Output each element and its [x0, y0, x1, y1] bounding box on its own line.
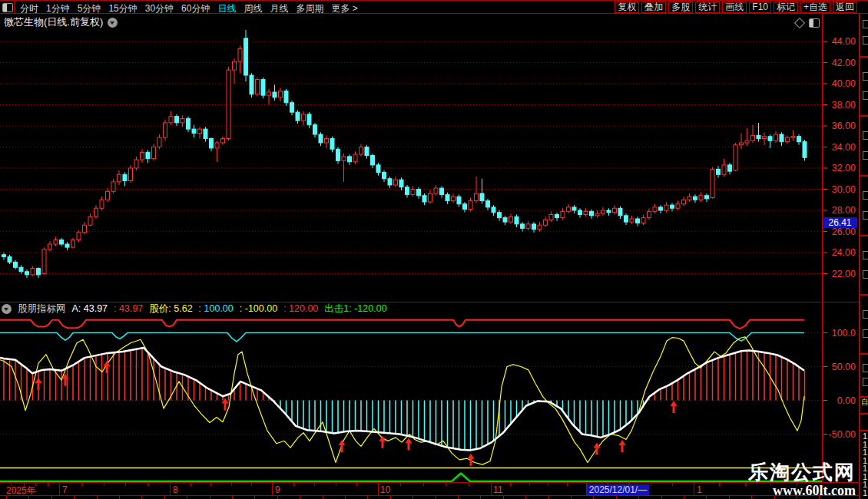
indicator-axis-label: 100.0 — [827, 328, 856, 339]
sidebar-text-fragment[interactable] — [863, 191, 868, 200]
bottom-strip-tick — [323, 496, 323, 499]
date-axis-tick — [293, 483, 294, 486]
sidebar-text-fragment[interactable] — [863, 329, 868, 338]
toolbar-button-叠加[interactable]: 叠加 — [641, 2, 666, 13]
date-axis-tick — [231, 483, 232, 486]
sidebar-text-fragment[interactable] — [863, 36, 868, 45]
menu-item-5分钟[interactable]: 5分钟 — [78, 2, 101, 15]
watermark-url: www.60lt.com — [748, 483, 856, 498]
sidebar-separator — [860, 235, 868, 236]
sidebar-digit: 1 — [863, 448, 867, 456]
split-window-icon[interactable] — [2, 3, 13, 12]
date-axis[interactable]: 2025年78910112025/12/01/—1 — [0, 482, 859, 496]
bottom-strip-tick — [28, 496, 29, 499]
bottom-strip-tick — [187, 496, 187, 499]
date-axis-label: 9 — [275, 484, 280, 495]
indicator-header-segment-4: : 100.00 — [199, 303, 234, 314]
indicator-header-segment-0: 股朋指标网 — [18, 302, 66, 316]
bottom-strip-tick — [436, 496, 436, 499]
price-axis-label: 22.00 — [827, 269, 856, 279]
sidebar-digit: 1 — [863, 432, 867, 440]
date-axis-tick — [48, 483, 48, 486]
date-axis-tick — [125, 483, 126, 486]
sidebar-text-fragment[interactable] — [863, 72, 868, 81]
date-axis-tick — [210, 483, 211, 486]
trading-app-window: 分时1分钟5分钟15分钟30分钟60分钟日线周线月线多周期更多 > 复权叠加多股… — [0, 0, 868, 499]
date-axis-tick — [314, 483, 315, 486]
panel-divider — [0, 302, 859, 302]
indicator-chevron-icon[interactable] — [2, 304, 12, 314]
sidebar-digit: 1 — [863, 464, 867, 472]
sidebar-fragment-label[interactable]: 自 — [861, 398, 868, 406]
toolbar-button-F10[interactable]: F10 — [749, 2, 771, 13]
bottom-strip-tick — [254, 496, 255, 499]
sidebar-text-fragment[interactable] — [863, 211, 868, 220]
indicator-header-segment-6: : 120.00 — [283, 303, 318, 314]
price-axis-label: 34.00 — [827, 142, 856, 153]
menu-item-60分钟[interactable]: 60分钟 — [181, 2, 210, 15]
sidebar-text-fragment[interactable] — [863, 20, 868, 28]
toolbar-button-复权[interactable]: 复权 — [615, 2, 639, 13]
sidebar-text-fragment[interactable] — [863, 364, 868, 372]
date-axis-tick — [548, 483, 548, 486]
menu-item-30分钟[interactable]: 30分钟 — [145, 2, 174, 15]
menu-item-月线[interactable]: 月线 — [270, 2, 288, 15]
price-axis-label: 30.00 — [827, 184, 856, 195]
diamond-icon[interactable] — [794, 18, 805, 28]
date-axis-tick — [719, 483, 720, 486]
bottom-strip-tick — [164, 496, 165, 499]
bottom-strip-tick — [51, 496, 52, 499]
sidebar-text-fragment[interactable] — [863, 151, 868, 160]
right-sidebar[interactable]: 自11111111 — [859, 0, 868, 499]
toolbar-button-+自选[interactable]: +自选 — [800, 2, 830, 13]
date-axis-tick — [446, 483, 446, 486]
sidebar-text-fragment[interactable] — [863, 91, 868, 100]
sidebar-text-fragment[interactable] — [863, 251, 868, 259]
window-split-icon[interactable] — [809, 18, 820, 28]
bottom-strip-tick — [119, 496, 120, 499]
sidebar-separator — [860, 175, 868, 177]
toolbar-button-返回[interactable]: 返回 — [833, 2, 857, 13]
bottom-cut-row — [0, 496, 859, 499]
date-axis-divider — [272, 483, 273, 495]
menu-item-更多 >[interactable]: 更多 > — [331, 2, 357, 15]
date-axis-tick — [672, 483, 673, 486]
axis-border-line — [822, 14, 823, 496]
toolbar-button-统计[interactable]: 统计 — [695, 2, 720, 13]
watermark-site-name: 乐淘公式网 — [748, 462, 856, 483]
date-axis-tick — [510, 483, 511, 486]
price-axis-label: 36.00 — [827, 121, 856, 131]
menu-item-周线[interactable]: 周线 — [244, 2, 262, 15]
toolbar-button-标记[interactable]: 标记 — [774, 2, 798, 13]
sidebar-separator — [860, 413, 868, 415]
indicator-header-segment-5: : -100.00 — [240, 303, 277, 314]
menu-item-15分钟[interactable]: 15分钟 — [108, 2, 137, 15]
toolbar-button-多股[interactable]: 多股 — [668, 2, 693, 13]
bottom-strip-tick — [706, 496, 707, 499]
sidebar-text-fragment[interactable] — [863, 270, 868, 279]
chevron-down-icon[interactable] — [108, 18, 118, 28]
date-axis-tick — [469, 483, 469, 486]
bottom-strip-tick — [210, 496, 210, 499]
menu-item-多周期[interactable]: 多周期 — [296, 2, 323, 15]
sidebar-separator — [860, 115, 868, 117]
chart-canvas — [0, 0, 868, 499]
menu-item-日线[interactable]: 日线 — [217, 2, 236, 15]
date-axis-divider — [694, 483, 694, 495]
bottom-strip-tick — [74, 496, 75, 499]
price-axis-label: 32.00 — [827, 163, 856, 173]
bottom-strip-tick — [232, 496, 233, 499]
toolbar-button-画线[interactable]: 画线 — [722, 2, 747, 13]
menu-item-1分钟[interactable]: 1分钟 — [46, 2, 70, 15]
sidebar-text-fragment[interactable] — [863, 378, 868, 386]
date-axis-label: 8 — [173, 484, 178, 495]
date-axis-label: 2025/12/01/— — [587, 484, 649, 495]
bottom-strip-tick — [277, 496, 278, 499]
indicator-header[interactable]: 股朋指标网A: 43.97: 43.97股价: 5.62: 100.00: -1… — [2, 303, 387, 314]
menu-item-分时[interactable]: 分时 — [20, 2, 38, 15]
sidebar-separator — [860, 56, 868, 58]
sidebar-text-fragment[interactable] — [863, 310, 868, 319]
date-axis-tick — [651, 483, 651, 486]
chart-title-row[interactable]: 微芯生物(日线.前复权) — [4, 15, 118, 29]
sidebar-text-fragment[interactable] — [863, 131, 868, 140]
